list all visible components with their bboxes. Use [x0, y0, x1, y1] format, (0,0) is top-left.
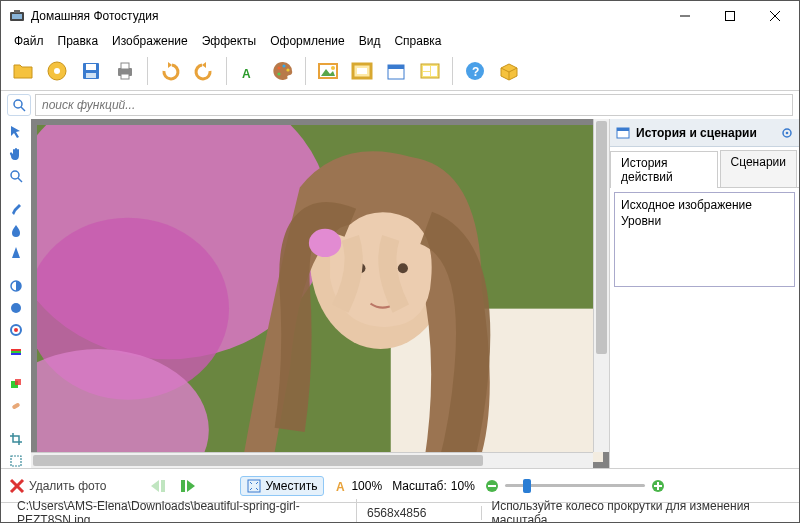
frame-button[interactable]	[346, 55, 378, 87]
photo-image	[37, 125, 603, 462]
svg-rect-69	[488, 485, 496, 487]
svg-point-8	[54, 68, 60, 74]
svg-rect-55	[391, 309, 603, 462]
svg-point-38	[11, 171, 19, 179]
zoom-label: Масштаб:	[392, 479, 447, 493]
canvas[interactable]	[31, 119, 609, 468]
undo-button[interactable]	[154, 55, 186, 87]
zoom-slider-thumb[interactable]	[523, 479, 531, 493]
zoom-in-button[interactable]	[651, 479, 665, 493]
text-button[interactable]: A	[233, 55, 265, 87]
panel-gear-icon[interactable]	[781, 127, 793, 139]
brush-tool[interactable]	[7, 202, 25, 216]
svg-text:A: A	[336, 480, 345, 493]
fit-button[interactable]: Уместить	[240, 476, 324, 496]
save-button[interactable]	[75, 55, 107, 87]
clone-tool[interactable]	[7, 377, 25, 391]
menu-design[interactable]: Оформление	[263, 32, 351, 50]
prev-button[interactable]	[146, 475, 168, 497]
svg-rect-31	[423, 66, 430, 71]
vertical-scrollbar[interactable]	[593, 119, 609, 452]
hue-tool[interactable]	[7, 323, 25, 337]
help-button[interactable]: ?	[459, 55, 491, 87]
status-hint: Используйте колесо прокрутки для изменен…	[482, 499, 794, 524]
svg-point-59	[309, 229, 341, 257]
svg-rect-24	[357, 68, 367, 74]
svg-point-18	[286, 68, 289, 71]
tab-history[interactable]: История действий	[610, 151, 718, 188]
editor-area	[1, 119, 609, 468]
burn-tool[interactable]	[7, 301, 25, 315]
dodge-tool[interactable]	[7, 279, 25, 293]
horizontal-scrollbar[interactable]	[31, 452, 593, 468]
delete-photo-button[interactable]: Удалить фото	[9, 478, 106, 494]
pointer-tool[interactable]	[7, 125, 25, 139]
left-column	[1, 119, 609, 468]
menu-help[interactable]: Справка	[387, 32, 448, 50]
panel-header: История и сценарии	[610, 119, 799, 147]
box-button[interactable]	[493, 55, 525, 87]
separator	[147, 57, 148, 85]
statusbar: C:\Users\AMS-Elena\Downloads\beautiful-s…	[1, 502, 799, 522]
sharpen-tool[interactable]	[7, 246, 25, 260]
svg-point-63	[786, 131, 789, 134]
catalog-button[interactable]	[41, 55, 73, 87]
svg-text:A: A	[242, 67, 251, 81]
separator	[452, 57, 453, 85]
zoom-slider-track[interactable]	[505, 484, 645, 487]
search-button[interactable]	[7, 94, 31, 116]
svg-rect-32	[431, 66, 437, 76]
menu-image[interactable]: Изображение	[105, 32, 195, 50]
svg-rect-33	[423, 72, 430, 76]
history-item[interactable]: Исходное изображение	[619, 197, 790, 213]
menu-file[interactable]: Файл	[7, 32, 51, 50]
close-button[interactable]	[752, 2, 797, 30]
svg-point-43	[14, 328, 18, 332]
svg-rect-11	[86, 73, 96, 78]
svg-point-22	[331, 66, 335, 70]
svg-rect-4	[725, 12, 734, 21]
svg-rect-13	[121, 63, 129, 69]
palette-button[interactable]	[267, 55, 299, 87]
open-file-button[interactable]	[7, 55, 39, 87]
bottom-bar: Удалить фото Уместить A 100% Масштаб: 10…	[1, 468, 799, 502]
tab-scripts[interactable]: Сценарии	[720, 150, 797, 187]
drop-tool[interactable]	[7, 224, 25, 238]
select-tool[interactable]	[7, 454, 25, 468]
print-button[interactable]	[109, 55, 141, 87]
crop-tool[interactable]	[7, 432, 25, 446]
rainbow-tool[interactable]	[7, 345, 25, 359]
window-title: Домашняя Фотостудия	[31, 9, 662, 23]
heal-tool[interactable]	[7, 399, 25, 413]
svg-rect-45	[11, 351, 21, 353]
maximize-button[interactable]	[707, 2, 752, 30]
picture-button[interactable]	[312, 55, 344, 87]
tools-panel	[1, 119, 31, 468]
hand-tool[interactable]	[7, 147, 25, 161]
svg-rect-46	[11, 353, 21, 355]
menu-view[interactable]: Вид	[352, 32, 388, 50]
panel-title: История и сценарии	[636, 126, 757, 140]
calendar-button[interactable]	[380, 55, 412, 87]
search-input[interactable]	[35, 94, 793, 116]
svg-rect-10	[86, 64, 96, 70]
zoom-value: 10%	[451, 479, 475, 493]
redo-button[interactable]	[188, 55, 220, 87]
zoom-tool[interactable]	[7, 169, 25, 183]
fit-icon	[247, 479, 261, 493]
history-item[interactable]: Уровни	[619, 213, 790, 229]
fit-label: Уместить	[265, 479, 317, 493]
collage-button[interactable]	[414, 55, 446, 87]
right-panel: История и сценарии История действий Сцен…	[609, 119, 799, 468]
history-list[interactable]: Исходное изображение Уровни	[614, 192, 795, 287]
panel-tabs: История действий Сценарии	[610, 147, 799, 188]
delete-label: Удалить фото	[29, 479, 106, 493]
zoom-out-button[interactable]	[485, 479, 499, 493]
menu-edit[interactable]: Правка	[51, 32, 106, 50]
svg-rect-26	[388, 65, 404, 69]
svg-point-41	[11, 303, 21, 313]
actual-size-button[interactable]: A 100%	[334, 479, 382, 493]
minimize-button[interactable]	[662, 2, 707, 30]
next-button[interactable]	[178, 475, 200, 497]
menu-effects[interactable]: Эффекты	[195, 32, 264, 50]
